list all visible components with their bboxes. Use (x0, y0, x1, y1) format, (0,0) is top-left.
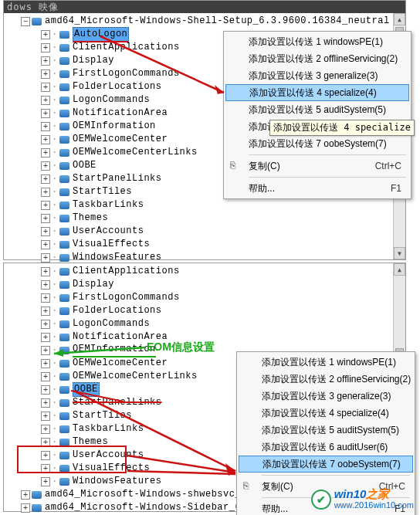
context-menu-item[interactable]: 添加设置以传送 6 auditUser(6) (239, 439, 413, 456)
context-menu-item[interactable]: 添加设置以传送 7 oobeSystem(7) (239, 456, 413, 473)
folder-icon (59, 253, 70, 263)
expand-icon[interactable]: + (41, 214, 50, 223)
tree-item[interactable]: +·UserAccounts (7, 225, 405, 238)
expand-icon[interactable]: + (41, 293, 50, 303)
tree-item-label: FirstLogonCommands (73, 291, 180, 304)
tree-item-label: StartPanelLinks (73, 396, 162, 409)
context-menu-item[interactable]: 添加设置以传送 5 auditSystem(5) (239, 422, 413, 439)
expand-icon[interactable]: + (41, 320, 50, 329)
tree-item-label: UserAccounts (73, 449, 144, 462)
context-menu-item[interactable]: 添加设置以传送 2 offlineServicing(2) (239, 371, 413, 388)
tree-item[interactable]: +·VisualEffects (7, 238, 405, 251)
context-menu-item[interactable]: 添加设置以传送 2 offlineServicing(2) (225, 50, 409, 67)
tree-item-label: FolderLocations (73, 304, 162, 317)
expand-icon[interactable]: + (41, 174, 50, 184)
tree-item-label: Themes (73, 212, 108, 225)
expand-icon[interactable]: + (41, 280, 50, 290)
watermark-url: www.2016win10.com (334, 500, 414, 510)
context-menu-label: 添加设置以传送 1 windowsPE(1) (249, 36, 383, 49)
folder-icon (32, 17, 42, 26)
expand-icon[interactable]: + (41, 333, 50, 342)
expand-icon[interactable]: + (21, 503, 30, 513)
scroll-up-icon[interactable]: ▲ (394, 13, 405, 25)
context-menu-item[interactable]: 添加设置以传送 4 specialize(4) (239, 405, 413, 422)
tree-item-label: OEMWelcomeCenterLinks (73, 370, 198, 383)
context-menu-label: 添加设置以传送 5 auditSystem(5) (262, 424, 399, 437)
expand-icon[interactable]: + (41, 240, 50, 249)
expand-icon[interactable]: + (41, 201, 50, 210)
expand-icon[interactable]: + (41, 96, 50, 105)
tree-item[interactable]: +·LogonCommands (7, 317, 405, 330)
tree-item[interactable]: +·Display (7, 278, 405, 291)
context-menu-item[interactable]: 添加设置以传送 5 auditSystem(5) (225, 101, 409, 118)
folder-icon (59, 372, 70, 381)
tooltip: 添加设置以传送 4 specialize (269, 120, 415, 136)
menu-copy[interactable]: ⎘ 复制(C) Ctrl+C (225, 158, 409, 174)
expand-icon[interactable]: + (41, 451, 50, 460)
menu-separator (249, 154, 406, 155)
expand-icon[interactable]: + (41, 412, 50, 421)
folder-icon (59, 333, 70, 342)
expand-icon[interactable]: + (41, 227, 50, 236)
tree-item[interactable]: +·Themes (7, 212, 405, 225)
collapse-icon[interactable]: − (21, 17, 30, 26)
expand-icon[interactable]: + (41, 122, 50, 131)
menu-separator (249, 177, 406, 178)
tree-item-label: UserAccounts (73, 225, 144, 238)
copy-hotkey: Ctrl+C (375, 161, 401, 171)
tree-item[interactable]: +·FolderLocations (7, 304, 405, 317)
expand-icon[interactable]: + (41, 346, 50, 355)
folder-icon (59, 438, 70, 447)
folder-icon (59, 267, 70, 276)
scroll-down-icon[interactable]: ▼ (394, 247, 405, 259)
tree-item-label: LogonCommands (73, 93, 150, 107)
context-menu-item[interactable]: 添加设置以传送 1 windowsPE(1) (225, 33, 409, 50)
expand-icon[interactable]: + (41, 438, 50, 447)
tree-item-label: Themes (73, 435, 108, 449)
expand-icon[interactable]: + (41, 464, 50, 473)
tree-item[interactable]: +·ClientApplications (7, 265, 405, 278)
watermark: ✔ win10之家 www.2016win10.com (311, 489, 414, 510)
tree-item-label: OEMWelcomeCenter (73, 357, 168, 370)
expand-icon[interactable]: + (41, 307, 50, 316)
menu-separator (262, 475, 410, 476)
folder-icon (59, 30, 70, 39)
tree-item[interactable]: +·FirstLogonCommands (7, 291, 405, 304)
expand-icon[interactable]: + (41, 398, 50, 408)
folder-icon (59, 96, 70, 105)
expand-icon[interactable]: + (41, 477, 50, 486)
folder-icon (59, 464, 70, 473)
expand-icon[interactable]: + (41, 69, 50, 79)
scroll-up-icon[interactable]: ▲ (394, 263, 405, 276)
expand-icon[interactable]: + (41, 359, 50, 368)
copy-icon: ⎘ (243, 480, 249, 491)
context-menu-item[interactable]: 添加设置以传送 3 generalize(3) (225, 67, 409, 84)
folder-icon (59, 240, 70, 249)
tree-item-label: FolderLocations (73, 80, 162, 93)
tree-root[interactable]: − amd64_Microsoft-Windows-Shell-Setup_6.… (7, 15, 405, 28)
expand-icon[interactable]: + (41, 43, 50, 53)
watermark-logo-icon: ✔ (311, 490, 331, 510)
tree-item[interactable]: +·TaskbarLinks (7, 198, 405, 212)
expand-icon[interactable]: + (41, 253, 50, 263)
expand-icon[interactable]: + (41, 148, 50, 158)
help-label: 帮助... (262, 503, 288, 516)
context-menu-item[interactable]: 添加设置以传送 3 generalize(3) (239, 388, 413, 405)
context-menu-item[interactable]: 添加设置以传送 4 specialize(4) (225, 84, 409, 101)
tree-item-label: VisualEffects (73, 462, 150, 475)
expand-icon[interactable]: + (41, 385, 50, 395)
expand-icon[interactable]: + (21, 490, 30, 500)
expand-icon[interactable]: + (41, 425, 50, 434)
expand-icon[interactable]: + (41, 372, 50, 381)
context-menu-item[interactable]: 添加设置以传送 7 oobeSystem(7) (225, 135, 409, 152)
expand-icon[interactable]: + (41, 161, 50, 171)
expand-icon[interactable]: + (41, 83, 50, 92)
expand-icon[interactable]: + (41, 267, 50, 276)
expand-icon[interactable]: + (41, 109, 50, 118)
expand-icon[interactable]: + (41, 30, 50, 39)
expand-icon[interactable]: + (41, 135, 50, 144)
expand-icon[interactable]: + (41, 188, 50, 197)
expand-icon[interactable]: + (41, 56, 50, 66)
menu-help[interactable]: 帮助... F1 (225, 180, 409, 197)
context-menu-item[interactable]: 添加设置以传送 1 windowsPE(1) (239, 354, 413, 371)
